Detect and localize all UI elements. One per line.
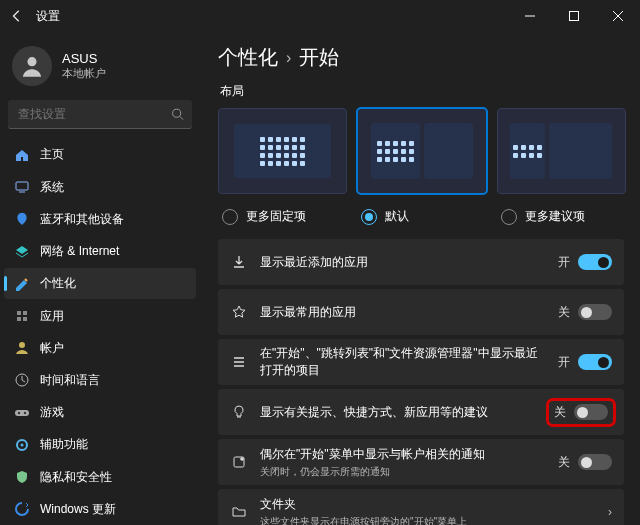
settings-row-5[interactable]: 文件夹这些文件夹显示在电源按钮旁边的"开始"菜单上›: [218, 489, 624, 525]
sidebar-item-2[interactable]: 蓝牙和其他设备: [4, 204, 196, 235]
sidebar-item-icon: [14, 308, 30, 324]
search-box[interactable]: [8, 100, 192, 129]
download-icon: [230, 254, 248, 270]
sidebar-item-3[interactable]: 网络 & Internet: [4, 236, 196, 267]
toggle-state-label: 关: [558, 304, 570, 321]
toggle-switch[interactable]: [574, 404, 608, 420]
settings-rows: 显示最近添加的应用开显示最常用的应用关在"开始"、"跳转列表"和"文件资源管理器…: [218, 239, 626, 525]
row-label: 显示有关提示、快捷方式、新应用等的建议: [260, 404, 538, 421]
sidebar-item-label: 蓝牙和其他设备: [40, 211, 124, 228]
breadcrumb-parent[interactable]: 个性化: [218, 44, 278, 71]
chevron-right-icon: ›: [286, 49, 291, 67]
layout-radio-0[interactable]: 更多固定项: [218, 208, 347, 225]
layout-card-more-pinned[interactable]: [218, 108, 347, 194]
radio-icon: [361, 209, 377, 225]
content-area: 个性化 › 开始 布局 更多固定项默认更多建议项 显示: [200, 32, 640, 525]
toggle-switch[interactable]: [578, 254, 612, 270]
layout-card-default[interactable]: [357, 108, 486, 194]
profile-name: ASUS: [62, 51, 106, 66]
svg-rect-0: [570, 12, 579, 21]
sidebar-item-icon: [14, 276, 30, 292]
sidebar-item-8[interactable]: 游戏: [4, 397, 196, 428]
sidebar-item-label: 隐私和安全性: [40, 469, 112, 486]
maximize-button[interactable]: [552, 0, 596, 32]
avatar: [12, 46, 52, 86]
row-desc: 这些文件夹显示在电源按钮旁边的"开始"菜单上: [260, 515, 596, 526]
svg-point-16: [240, 457, 244, 461]
sidebar-item-9[interactable]: 辅助功能: [4, 429, 196, 460]
bell-icon: [230, 454, 248, 470]
toggle-state-label: 关: [554, 404, 566, 421]
breadcrumb-current: 开始: [299, 44, 339, 71]
row-label: 显示最近添加的应用: [260, 254, 546, 271]
svg-rect-10: [15, 410, 29, 416]
sidebar-item-icon: [14, 147, 30, 163]
svg-point-2: [173, 109, 181, 117]
row-label: 显示最常用的应用: [260, 304, 546, 321]
sidebar-item-icon: [14, 179, 30, 195]
row-trail: 关: [558, 304, 612, 321]
window-title: 设置: [30, 8, 60, 25]
layout-card-more-recs[interactable]: [497, 108, 626, 194]
highlight-box: 关: [550, 402, 612, 423]
row-trail: 关: [550, 402, 612, 423]
sidebar-item-11[interactable]: Windows 更新: [4, 494, 196, 525]
sidebar-item-5[interactable]: 应用: [4, 300, 196, 331]
sidebar-item-6[interactable]: 帐户: [4, 333, 196, 364]
svg-rect-4: [17, 311, 21, 315]
sidebar-item-10[interactable]: 隐私和安全性: [4, 462, 196, 493]
settings-row-0: 显示最近添加的应用开: [218, 239, 624, 285]
row-label: 文件夹这些文件夹显示在电源按钮旁边的"开始"菜单上: [260, 496, 596, 526]
star-icon: [230, 304, 248, 320]
minimize-button[interactable]: [508, 0, 552, 32]
search-input[interactable]: [16, 106, 171, 122]
radio-label: 更多建议项: [525, 208, 585, 225]
breadcrumb: 个性化 › 开始: [218, 38, 626, 83]
sidebar-item-0[interactable]: 主页: [4, 139, 196, 170]
svg-rect-3: [16, 182, 28, 190]
row-trail: 开: [558, 254, 612, 271]
toggle-switch[interactable]: [578, 354, 612, 370]
toggle-switch[interactable]: [578, 304, 612, 320]
row-desc: 关闭时，仍会显示所需的通知: [260, 465, 546, 479]
radio-label: 默认: [385, 208, 409, 225]
sidebar-item-label: 游戏: [40, 404, 64, 421]
toggle-state-label: 开: [558, 354, 570, 371]
back-button[interactable]: [10, 9, 30, 23]
sidebar-item-4[interactable]: 个性化: [4, 268, 196, 299]
chevron-right-icon: ›: [608, 505, 612, 519]
arrow-left-icon: [10, 9, 24, 23]
close-icon: [613, 11, 623, 21]
sidebar-item-1[interactable]: 系统: [4, 172, 196, 203]
svg-rect-7: [23, 317, 27, 321]
svg-point-8: [19, 342, 25, 348]
svg-point-1: [27, 57, 36, 66]
bulb-icon: [230, 404, 248, 420]
layout-previews: [218, 108, 626, 194]
toggle-switch[interactable]: [578, 454, 612, 470]
layout-radio-1[interactable]: 默认: [357, 208, 486, 225]
layout-radio-2[interactable]: 更多建议项: [497, 208, 626, 225]
sidebar-item-label: 个性化: [40, 275, 76, 292]
sidebar-item-label: 辅助功能: [40, 436, 88, 453]
close-button[interactable]: [596, 0, 640, 32]
sidebar-nav: 主页系统蓝牙和其他设备网络 & Internet个性化应用帐户时间和语言游戏辅助…: [4, 139, 196, 525]
layout-radio-row: 更多固定项默认更多建议项: [218, 208, 626, 225]
sidebar-item-7[interactable]: 时间和语言: [4, 365, 196, 396]
search-icon: [171, 107, 184, 121]
profile-subtitle: 本地帐户: [62, 66, 106, 81]
row-title: 在"开始"、"跳转列表"和"文件资源管理器"中显示最近打开的项目: [260, 345, 546, 379]
row-title: 文件夹: [260, 496, 596, 513]
row-title: 显示最常用的应用: [260, 304, 546, 321]
settings-row-4: 偶尔在"开始"菜单中显示与帐户相关的通知关闭时，仍会显示所需的通知关: [218, 439, 624, 485]
sidebar-item-label: 网络 & Internet: [40, 243, 119, 260]
folder-icon: [230, 504, 248, 520]
row-trail: 关: [558, 454, 612, 471]
row-trail: 开: [558, 354, 612, 371]
sidebar-item-label: 系统: [40, 179, 64, 196]
profile-text: ASUS 本地帐户: [62, 51, 106, 81]
row-title: 偶尔在"开始"菜单中显示与帐户相关的通知: [260, 446, 546, 463]
svg-point-14: [21, 443, 24, 446]
profile-block[interactable]: ASUS 本地帐户: [4, 36, 196, 100]
minimize-icon: [525, 11, 535, 21]
